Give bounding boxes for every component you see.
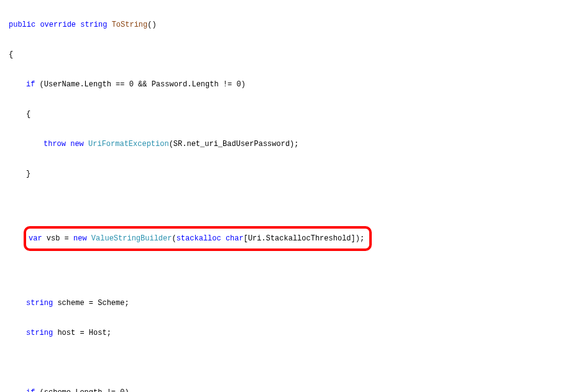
code-text: (UserName.Length == 0 <box>35 80 138 89</box>
operator-and: && <box>138 80 147 89</box>
code-line: } <box>9 166 580 181</box>
code-line: if (UserName.Length == 0 && Password.Len… <box>9 77 580 92</box>
keyword-throw: throw <box>44 140 66 148</box>
keyword-override: override <box>40 21 76 29</box>
brace: { <box>9 50 13 59</box>
keyword-stackalloc: stackalloc <box>177 234 221 243</box>
highlighted-line: var vsb = new ValueStringBuilder(stackal… <box>9 226 580 251</box>
brace: } <box>26 170 30 178</box>
code-block: public override string ToString() { if (… <box>0 2 580 392</box>
code-line: string host = Host; <box>9 326 580 340</box>
keyword-var: var <box>29 234 42 243</box>
code-text: scheme = Scheme; <box>53 299 129 308</box>
keyword-string: string <box>26 299 53 308</box>
keyword-new: new <box>73 234 87 243</box>
keyword-new: new <box>70 140 84 148</box>
code-line: { <box>9 107 580 122</box>
code-text: vsb = <box>42 234 73 243</box>
code-line <box>9 355 580 370</box>
code-line: public override string ToString() <box>9 17 580 32</box>
method-name: ToString <box>112 21 148 29</box>
code-text: (SR.net_uri_BadUserPassword); <box>169 140 299 148</box>
code-text: host = Host; <box>53 329 111 337</box>
keyword-string: string <box>26 329 53 337</box>
parens: () <box>147 21 156 29</box>
code-text: [Uri.StackallocThreshold]); <box>244 234 364 243</box>
code-text: Password.Length != 0) <box>147 80 245 89</box>
keyword-if: if <box>26 80 35 89</box>
code-line <box>9 266 580 281</box>
highlight-box: var vsb = new ValueStringBuilder(stackal… <box>24 226 372 251</box>
code-line: { <box>9 47 580 62</box>
type-name: UriFormatException <box>88 140 169 148</box>
type-name: ValueStringBuilder <box>87 234 172 243</box>
code-line: string scheme = Scheme; <box>9 296 580 311</box>
keyword-char: char <box>221 234 244 243</box>
brace: { <box>26 110 30 119</box>
code-line: if (scheme.Length != 0) <box>9 385 580 392</box>
code-line: throw new UriFormatException(SR.net_uri_… <box>9 137 580 152</box>
keyword-public: public <box>9 21 35 29</box>
code-text: (scheme.Length != 0) <box>35 388 129 392</box>
keyword-if: if <box>26 388 35 392</box>
keyword-string: string <box>80 21 107 29</box>
code-text: ( <box>172 234 176 243</box>
code-line <box>9 196 580 211</box>
